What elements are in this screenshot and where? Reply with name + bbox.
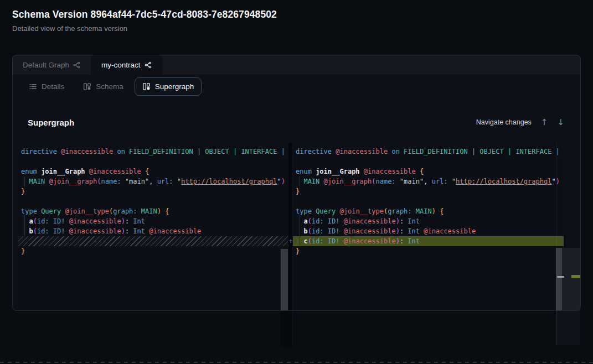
- code-token: Query: [316, 207, 339, 215]
- code-token: ): [396, 227, 400, 235]
- subtab-schema[interactable]: Schema: [75, 77, 131, 96]
- code-line[interactable]: MAIN @join__graph(name: "main", url: "ht…: [18, 176, 288, 186]
- code-token: Int: [408, 227, 424, 235]
- code-token: url:: [157, 178, 173, 185]
- code-token: ): [396, 237, 400, 245]
- code-token: @inaccessible: [69, 217, 121, 225]
- code-line[interactable]: }: [18, 246, 288, 256]
- next-change-button[interactable]: ↓: [557, 118, 564, 127]
- code-token: }: [296, 247, 300, 255]
- code-token: ": [173, 178, 181, 185]
- tab-label: my-contract: [101, 61, 141, 69]
- code-line[interactable]: type Query @join__type(graph: MAIN) {: [293, 206, 564, 216]
- code-line[interactable]: b(id: ID! @inaccessible): Int @inaccessi…: [293, 226, 564, 236]
- url-link[interactable]: http://localhost/graphql: [456, 178, 551, 185]
- code-line[interactable]: a(id: ID! @inaccessible): Int: [18, 216, 288, 226]
- code-token: MAIN: [416, 207, 432, 215]
- code-token: Query: [41, 207, 65, 215]
- code-line[interactable]: [18, 157, 288, 167]
- code-line[interactable]: type Query @join__type(graph: MAIN) {: [18, 206, 288, 216]
- code-token: ) {: [432, 207, 444, 215]
- code-line[interactable]: MAIN @join__graph(name: "main", url: "ht…: [293, 176, 564, 186]
- subtab-supergraph[interactable]: Supergraph: [135, 77, 202, 96]
- code-token: ID!: [53, 227, 69, 235]
- columns-icon: [142, 82, 151, 91]
- code-token: :: [125, 217, 133, 225]
- code-token: a: [296, 217, 308, 225]
- code-line[interactable]: [18, 196, 288, 206]
- tab-my-contract[interactable]: my-contract: [91, 55, 162, 75]
- code-token: Int: [408, 237, 420, 245]
- code-token: ID!: [328, 237, 344, 245]
- navigate-changes-controls: Navigate changes ↑ ↓: [476, 118, 564, 127]
- code-token: "main": [396, 178, 424, 185]
- diff-pane-modified[interactable]: directive @inaccessible on FIELD_DEFINIT…: [293, 143, 564, 311]
- collapsed-region-edge: [0, 362, 593, 363]
- code-token: ) {: [157, 207, 169, 215]
- left-pane-scrollbar[interactable]: [281, 249, 288, 311]
- code-token: ": [277, 178, 281, 185]
- code-line[interactable]: directive @inaccessible on FIELD_DEFINIT…: [18, 147, 288, 157]
- code-line[interactable]: }: [293, 186, 564, 196]
- code-token: {: [145, 168, 149, 175]
- code-token: (: [308, 217, 312, 225]
- code-token: @inaccessible: [424, 227, 476, 235]
- code-token: @inaccessible: [344, 237, 396, 245]
- code-token: @join__graph: [324, 178, 372, 185]
- code-token: :: [400, 217, 408, 225]
- navigate-changes-label: Navigate changes: [476, 118, 532, 126]
- diff-placeholder-line[interactable]: [18, 236, 288, 246]
- code-token: b: [296, 227, 308, 235]
- code-token: (: [308, 227, 312, 235]
- code-token: url:: [432, 178, 448, 185]
- schema-diff-editor: directive @inaccessible on FIELD_DEFINIT…: [18, 143, 564, 311]
- code-token: {: [420, 168, 424, 175]
- code-token: MAIN: [296, 178, 324, 185]
- tab-default-graph[interactable]: Default Graph: [12, 55, 91, 75]
- code-line[interactable]: enum join__Graph @inaccessible {: [18, 167, 288, 176]
- code-token: @inaccessible: [89, 168, 145, 175]
- code-token: id:: [312, 227, 328, 235]
- previous-change-button[interactable]: ↑: [541, 118, 548, 127]
- code-token: enum: [21, 168, 41, 175]
- code-line[interactable]: }: [293, 246, 564, 256]
- code-token: join__Graph: [41, 168, 89, 175]
- subtab-label: Details: [42, 82, 64, 91]
- code-token: @inaccessible: [344, 227, 396, 235]
- variant-tabbar: Default Graph my-contract: [12, 55, 581, 75]
- code-token: b: [21, 227, 33, 235]
- code-token: on: [391, 148, 404, 155]
- url-link[interactable]: http://localhost/graphql: [181, 178, 277, 185]
- code-token: ": [551, 178, 555, 185]
- code-token: @inaccessible: [61, 148, 117, 155]
- code-token: :: [400, 227, 408, 235]
- code-token: (: [372, 178, 375, 185]
- code-token: ID!: [53, 217, 69, 225]
- diff-pane-original[interactable]: directive @inaccessible on FIELD_DEFINIT…: [18, 143, 288, 311]
- code-token: Int: [408, 217, 420, 225]
- code-line[interactable]: a(id: ID! @inaccessible): Int: [293, 216, 564, 226]
- code-token: on: [117, 148, 129, 155]
- code-line[interactable]: directive @inaccessible on FIELD_DEFINIT…: [293, 147, 564, 157]
- code-token: (: [308, 237, 312, 245]
- branch-icon: [145, 61, 152, 69]
- code-token: name:: [101, 178, 121, 185]
- code-line[interactable]: enum join__Graph @inaccessible {: [293, 167, 564, 176]
- view-subtabbar: Details Schema Supergraph: [12, 75, 581, 98]
- code-token: directive: [296, 148, 336, 155]
- code-token: enum: [296, 168, 316, 175]
- code-token: id:: [37, 217, 53, 225]
- diff-added-line[interactable]: c(id: ID! @inaccessible): Int: [293, 236, 564, 246]
- subtab-details[interactable]: Details: [21, 77, 72, 96]
- branch-icon: [73, 61, 80, 69]
- code-line[interactable]: b(id: ID! @inaccessible): Int @inaccessi…: [18, 226, 288, 236]
- code-token: :: [125, 227, 133, 235]
- right-pane-scrollbar[interactable]: [556, 248, 562, 311]
- code-token: join__Graph: [316, 168, 364, 175]
- code-line[interactable]: }: [18, 186, 288, 196]
- code-line[interactable]: [293, 157, 564, 167]
- code-line[interactable]: [293, 196, 564, 206]
- code-token: ,: [424, 178, 431, 185]
- code-token: name:: [376, 178, 396, 185]
- code-token: directive: [21, 148, 61, 155]
